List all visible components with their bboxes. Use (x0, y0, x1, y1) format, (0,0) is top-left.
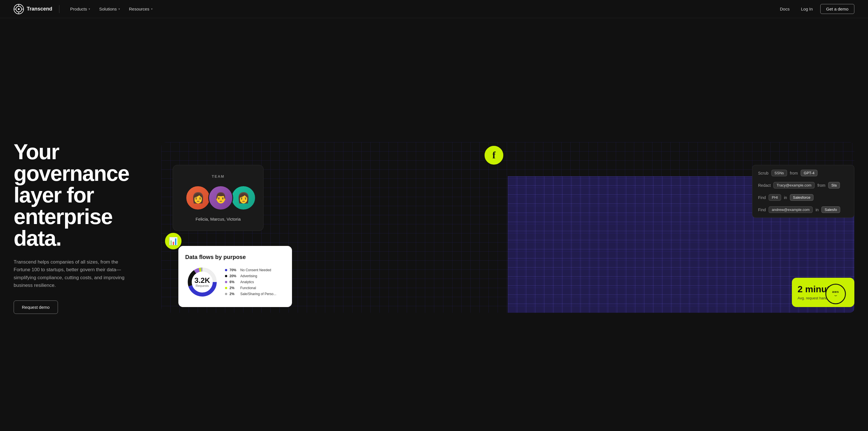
scrub-dest-4: Salesfo (822, 206, 840, 213)
avatar-felicia: 👩 (185, 185, 211, 210)
chart-badge: 📊 (164, 232, 182, 250)
legend-label-5: Sale/Sharing of Perso... (240, 292, 276, 296)
donut-center: 3.2K Requests (194, 277, 210, 287)
nav-products[interactable]: Products ▾ (66, 4, 94, 13)
avatar-face-2: 👨 (214, 193, 227, 203)
scrub-action-4: Find (758, 207, 766, 212)
scrub-row-3: Find PHI in Salesforce (758, 194, 848, 201)
scrub-in-3: in (784, 195, 787, 200)
scrub-item-2: Tracy@example.com (773, 182, 815, 189)
legend-item-4: 2% Functional (225, 286, 276, 290)
aws-badge: aws ⌣ (826, 284, 846, 304)
navbar: Transcend Products ▾ Solutions ▾ Resourc… (0, 0, 868, 18)
legend-pct-3: 6% (229, 280, 238, 284)
scrub-row-1: Scrub SSNs from GPT-4 (758, 170, 848, 176)
scrub-from-1: from (790, 171, 798, 175)
legend-label-1: No Consent Needed (240, 268, 271, 272)
hero-text-block: Your governance layer for enterprise dat… (13, 141, 150, 314)
get-demo-button[interactable]: Get a demo (820, 4, 855, 14)
dataflows-legend: 70% No Consent Needed 20% Advertising 6%… (225, 268, 276, 296)
legend-dot-4 (225, 287, 227, 289)
request-demo-button[interactable]: Request demo (13, 300, 58, 314)
hero-subtitle: Transcend helps companies of all sizes, … (13, 258, 133, 289)
scrub-dest-1: GPT-4 (801, 170, 818, 176)
legend-item-1: 70% No Consent Needed (225, 268, 276, 272)
legend-pct-1: 70% (229, 268, 238, 272)
dataflows-card: Data flows by purpose (178, 246, 292, 307)
svg-point-2 (18, 8, 20, 10)
legend-dot-1 (225, 269, 227, 271)
dataflows-body: 3.2K Requests 70% No Consent Needed 20% … (185, 265, 285, 299)
legend-label-4: Functional (240, 286, 256, 290)
scrub-item-3: PHI (769, 194, 781, 201)
avatar-face-3: 👩 (237, 193, 250, 203)
legend-pct-5: 2% (229, 292, 238, 296)
legend-item-2: 20% Advertising (225, 274, 276, 278)
scrub-action-2: Redact (758, 183, 771, 188)
docs-link[interactable]: Docs (776, 4, 794, 13)
scrub-item-1: SSNs (771, 170, 787, 176)
nav-links: Products ▾ Solutions ▾ Resources ▾ (66, 4, 776, 13)
nav-solutions[interactable]: Solutions ▾ (95, 4, 124, 13)
legend-pct-2: 20% (229, 274, 238, 278)
legend-dot-2 (225, 275, 227, 277)
team-label: TEAM (180, 174, 256, 178)
scrub-from-2: from (817, 183, 826, 188)
scrub-dest-2: Sla (828, 182, 840, 189)
legend-item-5: 2% Sale/Sharing of Perso... (225, 292, 276, 296)
nav-right: Docs Log In Get a demo (776, 4, 855, 14)
avatar-marcus: 👨 (208, 185, 233, 210)
logo-text: Transcend (27, 6, 52, 12)
chevron-down-icon: ▾ (151, 7, 153, 10)
scrub-action-1: Scrub (758, 171, 769, 175)
hero-section: Your governance layer for enterprise dat… (0, 18, 868, 431)
logo-icon (13, 4, 24, 14)
scrub-row-2: Redact Tracy@example.com from Sla (758, 182, 848, 189)
avatar-victoria: 👩 (231, 185, 256, 210)
legend-pct-4: 2% (229, 286, 238, 290)
scrub-in-4: in (815, 207, 818, 212)
avatar-face-1: 👩 (192, 193, 205, 203)
scrub-row-4: Find andrew@example.com in Salesfo (758, 206, 848, 213)
team-card: TEAM 👩 👨 👩 Felicia, Marcus, Victoria (173, 165, 264, 231)
facebook-icon: f (493, 150, 496, 161)
donut-chart: 3.2K Requests (185, 265, 219, 299)
scrub-panel: Scrub SSNs from GPT-4 Redact Tracy@examp… (752, 165, 855, 218)
chevron-down-icon: ▾ (119, 7, 120, 10)
team-avatars: 👩 👨 👩 (180, 185, 256, 211)
aws-smile-icon: ⌣ (834, 293, 837, 298)
legend-label-3: Analytics (240, 280, 254, 284)
team-names: Felicia, Marcus, Victoria (180, 217, 256, 222)
dataflows-title: Data flows by purpose (185, 254, 285, 260)
logo[interactable]: Transcend (13, 4, 52, 14)
donut-number: 3.2K (194, 277, 210, 284)
donut-sublabel: Requests (194, 284, 210, 287)
legend-dot-3 (225, 281, 227, 283)
chevron-down-icon: ▾ (89, 7, 90, 10)
legend-label-2: Advertising (240, 274, 257, 278)
hero-visual: f TEAM 👩 👨 👩 Felicia, Marcus, Victoria S (161, 142, 855, 313)
chart-icon: 📊 (169, 237, 178, 246)
facebook-badge: f (484, 145, 504, 166)
nav-divider (59, 5, 59, 13)
hero-title: Your governance layer for enterprise dat… (13, 141, 150, 249)
legend-item-3: 6% Analytics (225, 280, 276, 284)
scrub-action-3: Find (758, 195, 766, 200)
scrub-item-4: andrew@example.com (769, 206, 813, 213)
scrub-dest-3: Salesforce (790, 194, 813, 201)
legend-dot-5 (225, 293, 227, 295)
login-link[interactable]: Log In (797, 4, 817, 13)
nav-resources[interactable]: Resources ▾ (125, 4, 156, 13)
